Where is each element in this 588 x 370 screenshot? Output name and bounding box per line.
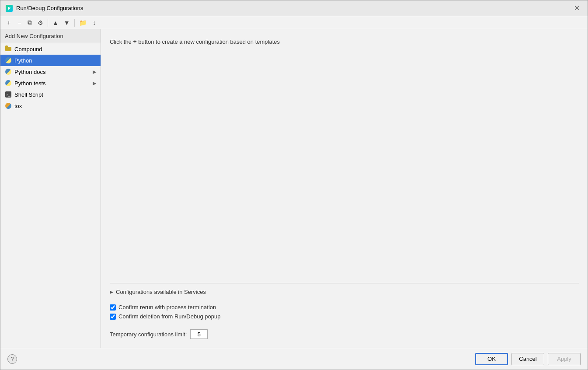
sidebar-item-compound[interactable]: Compound — [0, 43, 101, 55]
move-down-button[interactable]: ▼ — [62, 18, 72, 28]
tox-label: tox — [14, 103, 96, 109]
dialog-title: Run/Debug Configurations — [16, 5, 83, 11]
sidebar-item-python[interactable]: Python — [0, 55, 101, 66]
help-button[interactable]: ? — [7, 354, 17, 364]
python-tests-label: Python tests — [14, 80, 90, 87]
spacer — [110, 54, 579, 283]
checkbox-row-1: Confirm rerun with process termination — [110, 304, 579, 311]
temp-limit-row: Temporary configurations limit: — [110, 329, 579, 339]
python-docs-icon — [5, 68, 12, 75]
checkbox-row-2: Confirm deletion from Run/Debug popup — [110, 313, 579, 320]
python-icon — [5, 57, 12, 64]
title-bar-left: P Run/Debug Configurations — [6, 5, 83, 12]
close-button[interactable]: ✕ — [571, 4, 582, 13]
footer-right: OK Cancel Apply — [475, 353, 581, 365]
footer-left: ? — [7, 354, 17, 364]
title-bar: P Run/Debug Configurations ✕ — [0, 0, 588, 16]
copy-button[interactable]: ⧉ — [25, 18, 35, 28]
toolbar-separator-2 — [74, 19, 75, 27]
sidebar-header: Add New Configuration — [0, 29, 101, 43]
sidebar-item-python-tests[interactable]: Python tests ▶ — [0, 77, 101, 89]
confirm-rerun-label[interactable]: Confirm rerun with process termination — [118, 304, 216, 311]
content-area: Add New Configuration Compound Python — [0, 29, 588, 348]
tox-icon — [5, 102, 12, 109]
toolbar: + − ⧉ ⚙ ▲ ▼ 📁 ↕ — [0, 16, 588, 29]
apply-button[interactable]: Apply — [548, 353, 581, 365]
confirm-rerun-checkbox[interactable] — [110, 304, 116, 311]
services-expand-icon: ▶ — [110, 290, 113, 294]
cancel-button[interactable]: Cancel — [511, 353, 544, 365]
ok-button[interactable]: OK — [475, 353, 508, 365]
services-label: Configurations available in Services — [116, 289, 206, 295]
compound-label: Compound — [14, 46, 96, 52]
python-tests-arrow: ▶ — [93, 80, 96, 86]
remove-button[interactable]: − — [14, 18, 24, 28]
sidebar-item-python-docs[interactable]: Python docs ▶ — [0, 66, 101, 77]
services-section: ▶ Configurations available in Services — [110, 283, 579, 297]
python-label: Python — [14, 57, 96, 64]
sort-button[interactable]: ↕ — [90, 18, 99, 28]
temp-limit-input[interactable] — [190, 329, 208, 339]
shell-script-label: Shell Script — [14, 91, 96, 98]
checkboxes-section: Confirm rerun with process termination C… — [110, 304, 579, 322]
python-docs-label: Python docs — [14, 69, 90, 75]
pycharm-icon: P — [6, 5, 13, 12]
confirm-deletion-checkbox[interactable] — [110, 314, 116, 320]
confirm-deletion-label[interactable]: Confirm deletion from Run/Debug popup — [118, 313, 220, 320]
toolbar-separator-1 — [48, 19, 48, 27]
sidebar-item-tox[interactable]: tox — [0, 100, 101, 112]
sidebar-item-shell-script[interactable]: >_ Shell Script — [0, 89, 101, 100]
services-toggle[interactable]: ▶ Configurations available in Services — [110, 287, 579, 297]
python-docs-arrow: ▶ — [93, 69, 96, 75]
hint-text: Click the + button to create a new confi… — [110, 38, 579, 45]
temp-limit-label: Temporary configurations limit: — [110, 331, 187, 338]
main-panel: Click the + button to create a new confi… — [101, 29, 588, 348]
sidebar: Add New Configuration Compound Python — [0, 29, 101, 348]
shell-icon: >_ — [5, 91, 12, 98]
python-tests-icon — [5, 80, 12, 87]
folder-button[interactable]: 📁 — [77, 18, 89, 28]
plus-icon: + — [133, 38, 136, 45]
folder-icon — [5, 45, 12, 52]
settings-button[interactable]: ⚙ — [35, 18, 45, 28]
add-button[interactable]: + — [4, 18, 14, 28]
move-up-button[interactable]: ▲ — [50, 18, 61, 28]
footer: ? OK Cancel Apply — [0, 348, 588, 370]
run-debug-dialog: P Run/Debug Configurations ✕ + − ⧉ ⚙ ▲ ▼… — [0, 0, 588, 370]
